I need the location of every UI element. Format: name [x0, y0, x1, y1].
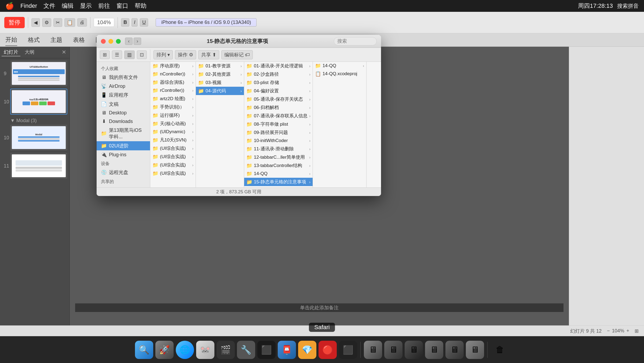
col2-item-3[interactable]: 📁04-源代码› — [196, 87, 244, 95]
toolbar-btn-2[interactable]: ⚙ — [42, 18, 51, 27]
dock-app2[interactable]: 🖥 — [384, 341, 402, 359]
dock-tools[interactable]: 🔧 — [237, 341, 255, 359]
fullscreen-button[interactable] — [116, 39, 121, 44]
dock-terminal[interactable]: ⬛ — [257, 341, 276, 359]
tab-format[interactable]: 格式 — [28, 34, 40, 46]
dock-finder[interactable]: 🔍 — [135, 341, 153, 359]
toolbar-underline[interactable]: U — [140, 18, 148, 27]
sidebar-item-apps[interactable]: 📱 应用程序 — [97, 90, 150, 100]
view-col-btn[interactable]: ▥ — [124, 50, 135, 59]
col3-item-7[interactable]: 📁08-字符串做 plist› — [244, 120, 313, 128]
sort-btn[interactable]: 排列 ▾ — [153, 50, 173, 59]
col3-item-9[interactable]: 📁10-initWithCoder› — [244, 137, 313, 145]
minimize-button[interactable] — [108, 39, 113, 44]
col1-item-3[interactable]: 📁rController))› — [150, 86, 196, 95]
sidebar-item-all-files[interactable]: 🖥 我的所有文件 — [97, 73, 150, 82]
slide-panel-close[interactable]: ✕ — [60, 48, 68, 56]
toolbar-btn-4[interactable]: 📋 — [64, 18, 75, 27]
dock-safari[interactable]: 🌐 — [176, 341, 194, 359]
col1-item-8[interactable]: 📁(UIDynamic)› — [150, 128, 196, 136]
menu-finder[interactable]: Finder — [20, 2, 37, 9]
forward-button[interactable]: › — [134, 38, 141, 45]
stop-button[interactable]: 暂停 — [4, 17, 25, 28]
slide-item-10[interactable]: App主流UI框架结构 — [10, 89, 67, 115]
dock-red[interactable]: 🔴 — [319, 341, 337, 359]
col1-item-1[interactable]: 📁nController))› — [150, 70, 196, 78]
zoom-input[interactable]: 104% — [94, 18, 114, 27]
dock-app3[interactable]: 🖥 — [405, 341, 423, 359]
col3-item-1[interactable]: 📁02-沙盒路径› — [244, 70, 313, 78]
tab-table[interactable]: 表格 — [73, 34, 85, 46]
menu-help[interactable]: 帮助 — [135, 2, 147, 10]
slide-item-10m[interactable]: Modal — [10, 125, 67, 151]
col3-item-0[interactable]: 📁01-通讯录-开关处理逻辑› — [244, 62, 313, 70]
col3-item-5[interactable]: 📁06-归档解档› — [244, 103, 313, 112]
col3-item-8[interactable]: 📁09-路径展开问题› — [244, 128, 313, 137]
toolbar-bold[interactable]: B — [121, 18, 129, 27]
view-list-btn[interactable]: ☰ — [112, 50, 122, 59]
sidebar-item-02ui[interactable]: 📁 02UI进阶 — [97, 141, 150, 150]
col1-item-0[interactable]: 📁序动原理)› — [150, 62, 196, 70]
col1-item-10[interactable]: 📁(UI综合实战)› — [150, 144, 196, 153]
back-button[interactable]: ‹ — [125, 38, 133, 45]
view-icon-btn[interactable]: ⊞ — [100, 50, 110, 59]
col1-item-9[interactable]: 📁凡10天(SVN)› — [150, 136, 196, 144]
slide-panel-tab-outline[interactable]: 大纲 — [23, 48, 36, 56]
toolbar-btn-1[interactable]: ◀ — [31, 18, 40, 27]
dock-trash[interactable]: 🗑 — [491, 341, 509, 359]
dock-sketch[interactable]: 💎 — [298, 341, 316, 359]
col1-item-6[interactable]: 📁运行循环)› — [150, 111, 196, 119]
action-btn[interactable]: 操作 ⚙ — [175, 50, 196, 59]
tag-btn[interactable]: 编辑标记 🏷 — [221, 50, 253, 59]
col3-item-6[interactable]: 📁07-通讯录-保存联系人信息› — [244, 112, 313, 120]
sidebar-item-plugins[interactable]: 🔌 Plug-ins — [97, 150, 150, 159]
menu-edit[interactable]: 编辑 — [62, 2, 74, 10]
sidebar-item-downloads[interactable]: ⬇ Downloads — [97, 117, 150, 126]
col4-item-1[interactable]: 📋14-QQ.xcodeproj — [313, 70, 366, 78]
fit-icon[interactable]: ⊞ — [635, 328, 639, 334]
col3-item-10[interactable]: 📁11-通讯录-滑动删除› — [244, 145, 313, 153]
col2-item-1[interactable]: 📁02-其他资源› — [196, 70, 244, 78]
toolbar-btn-5[interactable]: 🖨 — [77, 18, 87, 27]
dock-black[interactable]: ⬛ — [339, 341, 357, 359]
slide-item-11[interactable] — [10, 153, 67, 179]
share-btn[interactable]: 共享 ⬆ — [198, 50, 219, 59]
col3-item-11[interactable]: 📁12-tabbarC...ller简单使用› — [244, 153, 313, 161]
col1-item-13[interactable]: 📁(UI综合实战)› — [150, 169, 196, 177]
col3-item-4[interactable]: 📁05-通讯录-保存开关状态› — [244, 95, 313, 103]
device-selector[interactable]: iPhone 6s – iPhone 6s / iOS 9.0 (13A340) — [156, 18, 257, 27]
tab-theme[interactable]: 主题 — [50, 34, 62, 46]
view-coverflow-btn[interactable]: ⊡ — [137, 50, 147, 59]
toolbar-btn-3[interactable]: ✂ — [53, 18, 62, 27]
col4-item-0[interactable]: 📁14-QQ› — [313, 62, 366, 70]
apple-menu[interactable]: 🍎 — [5, 2, 14, 10]
menu-go[interactable]: 前往 — [98, 2, 110, 10]
annotation-placeholder[interactable]: 单击此处添加备注 — [300, 304, 339, 311]
dock-dvd[interactable]: 🎬 — [217, 341, 235, 359]
col1-item-2[interactable]: 📁器综合演练)› — [150, 78, 196, 86]
col2-item-0[interactable]: 📁01-教学资源› — [196, 62, 244, 70]
sidebar-item-remote-disc[interactable]: 💿 远程光盘 — [97, 168, 150, 177]
col1-item-12[interactable]: 📁(UI综合实战)› — [150, 161, 196, 169]
col1-item-5[interactable]: 📁手势识别)）› — [150, 103, 196, 111]
col3-item-12[interactable]: 📁13-tabbarController结构› — [244, 161, 313, 170]
col3-item-13[interactable]: 📁14-QQ› — [244, 170, 313, 178]
col3-item-14[interactable]: 📁15-静态单元格的注意事项› — [244, 178, 313, 186]
tab-start[interactable]: 开始 — [5, 34, 17, 46]
dock-mail[interactable]: 📮 — [278, 341, 296, 359]
zoom-control[interactable]: − 104% + — [607, 328, 629, 334]
dock-app5[interactable]: 🖥 — [445, 341, 464, 359]
col3-item-2[interactable]: 📁03-plist 存储› — [244, 78, 313, 87]
dock-app4[interactable]: 🖥 — [425, 341, 443, 359]
dock-app6[interactable]: 🖥 — [466, 341, 484, 359]
sidebar-item-airdrop[interactable]: 📡 AirDrop — [97, 82, 150, 90]
col1-item-11[interactable]: 📁(UI综合实战)› — [150, 153, 196, 161]
col3-item-3[interactable]: 📁04-偏好设置› — [244, 87, 313, 95]
toolbar-italic[interactable]: I — [131, 18, 138, 27]
sidebar-item-desktop[interactable]: 🖥 Desktop — [97, 109, 150, 117]
slide-item-9[interactable]: UITabBarButton ■■■ — [10, 60, 67, 86]
col1-item-4[interactable]: 📁artz2D 绘图)› — [150, 95, 196, 103]
sidebar-item-documents[interactable]: 📄 文稿 — [97, 100, 150, 109]
slide-panel-tab-slides[interactable]: 幻灯片 — [2, 48, 20, 56]
dock-launchpad[interactable]: 🚀 — [155, 341, 174, 359]
